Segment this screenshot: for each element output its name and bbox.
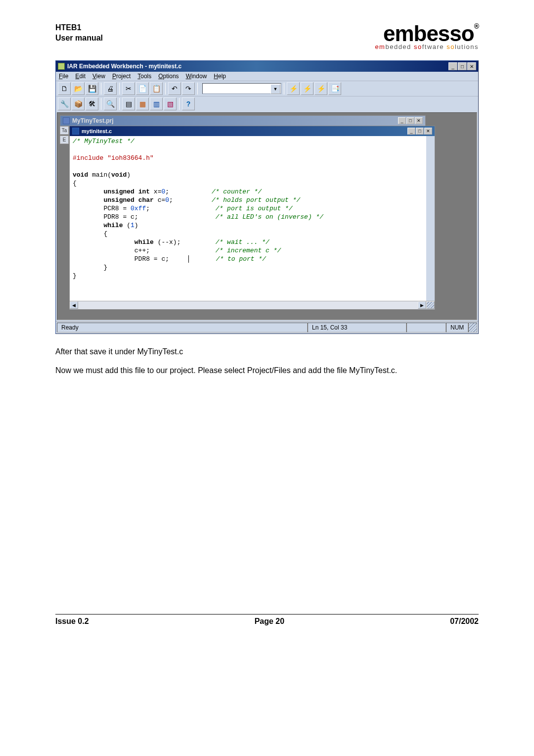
toolbar-1: 🗋 📂 💾 🖨 ✂ 📄 📋 ↶ ↷ ⚡ ⚡ ⚡ 📑 — [56, 81, 478, 96]
issue-label: Issue 0.2 — [55, 617, 89, 626]
maximize-button[interactable]: □ — [406, 117, 414, 124]
copy-button[interactable]: 📄 — [136, 82, 149, 95]
paragraph-2: Now we must add this file to our project… — [55, 365, 479, 376]
titlebar: IAR Embedded Workbench - mytinitest.c _ … — [56, 61, 478, 72]
separator — [119, 98, 120, 110]
page-label: Page 20 — [255, 617, 284, 626]
find-next-button[interactable]: ⚡ — [301, 82, 313, 95]
menu-options[interactable]: Options — [158, 73, 178, 80]
tile-button[interactable]: ▤ — [122, 97, 135, 110]
statusbar: Ready Ln 15, Col 33 NUM — [56, 321, 478, 333]
scroll-track[interactable] — [78, 301, 418, 309]
maximize-button[interactable]: □ — [458, 62, 467, 70]
window-resize-grip[interactable] — [468, 323, 477, 332]
paste-button[interactable]: 📋 — [150, 82, 163, 95]
code-titlebar: mytinitest.c _ □ ✕ — [70, 126, 435, 136]
logo: embesso® embedded software solutions — [375, 23, 479, 50]
separator — [101, 83, 101, 94]
mdi-area: MyTinyTest.prj _ □ ✕ Ta E mytinitest.c _… — [57, 112, 477, 320]
paragraph-1: After that save it under MyTinyTest.c — [55, 346, 479, 357]
separator — [101, 98, 101, 110]
menubar: File Edit View Project Tools Options Win… — [56, 72, 478, 81]
undo-button[interactable]: ↶ — [168, 82, 181, 95]
code-title: mytinitest.c — [82, 128, 407, 134]
resize-grip[interactable] — [426, 301, 435, 309]
window-controls: _ □ ✕ — [448, 62, 476, 70]
close-button[interactable]: ✕ — [424, 128, 432, 135]
redo-button[interactable]: ↷ — [182, 82, 195, 95]
code-body[interactable]: /* MyTinyTest */ #include "ioh83664.h" v… — [70, 136, 435, 301]
save-button[interactable]: 💾 — [86, 82, 98, 95]
open-button[interactable]: 📂 — [72, 82, 85, 95]
project-window-controls: _ □ ✕ — [398, 117, 423, 124]
status-position: Ln 15, Col 33 — [308, 323, 406, 332]
debug-button[interactable]: 🔍 — [104, 97, 117, 110]
doc-subtitle: User manual — [55, 33, 103, 44]
print-button[interactable]: 🖨 — [104, 82, 117, 95]
code-text[interactable]: /* MyTinyTest */ #include "ioh83664.h" v… — [70, 136, 435, 301]
separator — [284, 83, 284, 94]
cascade-button[interactable]: ▦ — [136, 97, 149, 110]
scroll-right-button[interactable]: ▶ — [418, 301, 426, 309]
logo-tagline: embedded software solutions — [375, 43, 479, 50]
find-button[interactable]: ⚡ — [287, 82, 300, 95]
find-prev-button[interactable]: ⚡ — [314, 82, 327, 95]
minimize-button[interactable]: _ — [407, 128, 415, 135]
tab-label: Ta — [60, 126, 69, 135]
help-button[interactable]: ? — [182, 97, 195, 110]
code-editor-window: mytinitest.c _ □ ✕ /* MyTinyTest */ #inc… — [69, 126, 435, 310]
logo-text: embesso® — [375, 23, 479, 45]
separator — [119, 83, 120, 94]
app-icon — [58, 63, 65, 70]
window-title: IAR Embedded Workbench - mytinitest.c — [67, 63, 448, 70]
status-ready: Ready — [57, 323, 308, 332]
product-name: HTEB1 — [55, 23, 103, 33]
menu-help[interactable]: Help — [214, 73, 226, 80]
search-combo[interactable] — [202, 83, 281, 94]
separator — [197, 83, 198, 94]
menu-window[interactable]: Window — [186, 73, 207, 80]
close-button[interactable]: ✕ — [415, 117, 423, 124]
menu-project[interactable]: Project — [112, 73, 131, 80]
menu-file[interactable]: File — [59, 73, 68, 80]
menu-edit[interactable]: Edit — [75, 73, 86, 80]
menu-view[interactable]: View — [92, 73, 105, 80]
tile-h-button[interactable]: ▥ — [150, 97, 163, 110]
minimize-button[interactable]: _ — [398, 117, 406, 124]
status-gap — [406, 323, 446, 332]
bookmark-button[interactable]: 📑 — [328, 82, 341, 95]
scroll-left-button[interactable]: ◀ — [70, 301, 78, 309]
tile-v-button[interactable]: ▧ — [164, 97, 177, 110]
separator — [165, 83, 166, 94]
project-titlebar: MyTinyTest.prj _ □ ✕ — [60, 116, 425, 126]
toolbar-2: 🔧 📦 🛠 🔍 ▤ ▦ ▥ ▧ ? — [56, 96, 478, 111]
menu-tools[interactable]: Tools — [137, 73, 151, 80]
status-numlock: NUM — [446, 323, 468, 332]
page-header: HTEB1 User manual embesso® embedded soft… — [55, 23, 479, 50]
doc-icon — [72, 128, 79, 135]
horizontal-scrollbar[interactable]: ◀ ▶ — [70, 301, 435, 309]
build-button[interactable]: 🛠 — [86, 97, 98, 110]
ide-window: IAR Embedded Workbench - mytinitest.c _ … — [55, 60, 479, 334]
tab-label: E — [60, 136, 69, 144]
maximize-button[interactable]: □ — [416, 128, 424, 135]
code-window-controls: _ □ ✕ — [407, 128, 432, 135]
close-button[interactable]: ✕ — [467, 62, 476, 70]
date-label: 07/2002 — [450, 617, 479, 626]
make-button[interactable]: 📦 — [72, 97, 85, 110]
project-tab-peek: Ta E — [60, 126, 69, 145]
cut-button[interactable]: ✂ — [122, 82, 135, 95]
doc-icon — [63, 117, 70, 124]
separator — [179, 98, 179, 110]
new-button[interactable]: 🗋 — [58, 82, 71, 95]
project-window: MyTinyTest.prj _ □ ✕ — [60, 115, 426, 126]
project-title: MyTinyTest.prj — [72, 117, 398, 124]
compile-button[interactable]: 🔧 — [58, 97, 71, 110]
minimize-button[interactable]: _ — [448, 62, 457, 70]
page-footer: Issue 0.2 Page 20 07/2002 — [55, 614, 479, 626]
doc-title: HTEB1 User manual — [55, 23, 103, 44]
